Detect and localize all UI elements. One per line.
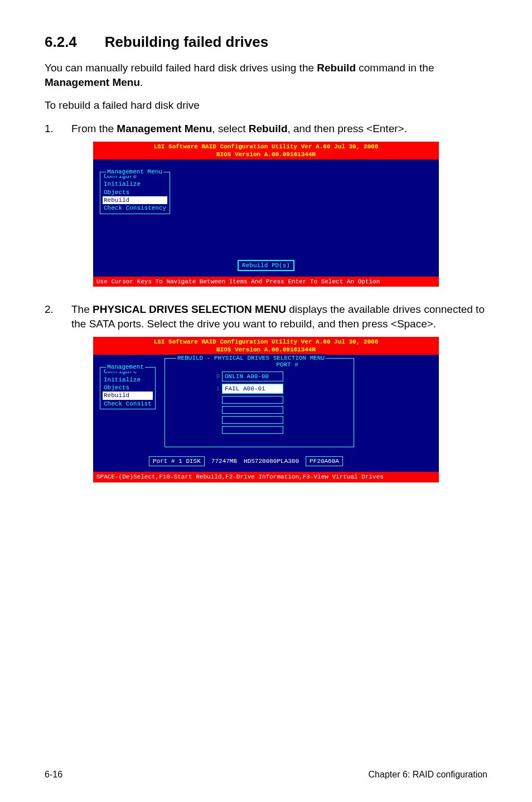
empty-slot [222, 396, 283, 404]
management-menu-box: Management Menu Configure Initialize Obj… [100, 172, 170, 214]
port-info-bar: Port # 1 DISK 77247MB HDS728080PLA380 PF… [149, 456, 343, 466]
drive-row-1: 1 FAIL A00-01 [211, 384, 351, 394]
selection-title: REBUILD - PHYSICAL DRIVES SELECTION MENU [176, 354, 326, 362]
menu-item-objects: Objects [103, 384, 153, 392]
status-box: Rebuild PD(s) [238, 260, 294, 271]
step-text: The PHYSICAL DRIVES SELECTION MENU displ… [71, 302, 487, 331]
menu-item-objects: Objects [103, 189, 167, 196]
page-footer: 6-16 Chapter 6: RAID configuration [45, 758, 487, 780]
menu-title: Management Menu [106, 168, 163, 176]
menu-item-rebuild: Rebuild [103, 392, 153, 399]
drives-selection-box: REBUILD - PHYSICAL DRIVES SELECTION MENU… [165, 358, 354, 447]
menu-item-check-consist: Check Consist [103, 400, 153, 408]
intro-paragraph: You can manually rebuild failed hard dis… [45, 61, 487, 89]
bios-footer: SPACE-(De)Select,F10-Start Rebuild,F2-Dr… [93, 472, 439, 482]
empty-slot [222, 426, 283, 434]
drive-status: ONLIN A00-00 [222, 371, 283, 381]
port-model: HDS728080PLA380 [244, 457, 299, 465]
empty-slot [222, 406, 283, 414]
bios-titlebar: LSI Software RAID Configuration Utility … [93, 142, 439, 160]
section-title: Rebuilding failed drives [105, 33, 268, 50]
section-number: 6.2.4 [45, 33, 77, 51]
bios-titlebar: LSI Software RAID Configuration Utility … [93, 337, 439, 355]
subintro: To rebuild a failed hard disk drive [45, 98, 487, 113]
step-1: 1. From the Management Menu, select Rebu… [45, 122, 487, 136]
drive-index: 0 [211, 373, 220, 380]
port-serial: PF20A60A [306, 456, 343, 466]
menu-title: Management [106, 363, 145, 371]
management-menu-box: Management Configure Initialize Objects … [100, 367, 156, 409]
drive-row-0: 0 ONLIN A00-00 [211, 371, 351, 381]
menu-item-rebuild: Rebuild [103, 196, 167, 204]
empty-slot [222, 416, 283, 424]
drive-status: FAIL A00-01 [222, 384, 283, 394]
port-size: 77247MB [211, 457, 237, 465]
step-text: From the Management Menu, select Rebuild… [71, 122, 487, 136]
menu-item-initialize: Initialize [103, 376, 153, 384]
drive-index: 1 [211, 385, 220, 393]
bios-footer: Use Cursor Keys To Navigate Between Item… [93, 277, 439, 287]
step-number: 1. [45, 122, 71, 136]
menu-item-check-consistency: Check Consistency [103, 204, 167, 212]
bios-screenshot-2: LSI Software RAID Configuration Utility … [93, 337, 439, 482]
bios-screenshot-1: LSI Software RAID Configuration Utility … [93, 142, 439, 287]
step-number: 2. [45, 302, 71, 331]
step-2: 2. The PHYSICAL DRIVES SELECTION MENU di… [45, 302, 487, 331]
page-number: 6-16 [45, 770, 62, 780]
chapter-label: Chapter 6: RAID configuration [369, 770, 487, 780]
port-label: Port # 1 DISK [149, 456, 205, 466]
section-heading: 6.2.4Rebuilding failed drives [45, 33, 487, 51]
menu-item-initialize: Initialize [103, 180, 167, 188]
